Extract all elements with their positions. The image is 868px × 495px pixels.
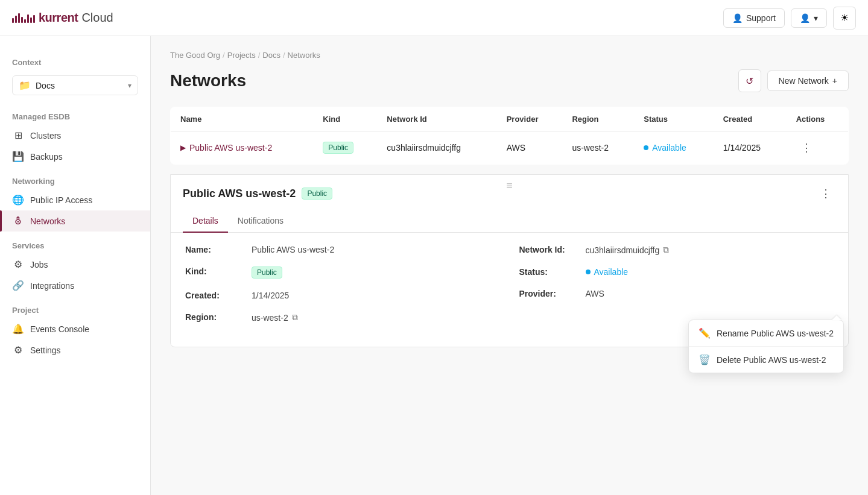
sidebar-item-events-console[interactable]: 🔔 Events Console (0, 318, 150, 339)
top-nav: kurrent Cloud 👤 Support 👤 ▾ ☀ (0, 0, 868, 36)
status-badge: Available (644, 143, 704, 153)
context-section-label: Context (0, 48, 150, 71)
refresh-button[interactable]: ↺ (738, 69, 761, 92)
dropdown-item-delete[interactable]: 🗑️ Delete Public AWS us-west-2 (689, 347, 843, 373)
field-network-id: Network Id: cu3hlaiirsdmuidcjffg ⧉ (519, 245, 834, 255)
logo: kurrent Cloud (12, 11, 113, 25)
tab-notifications[interactable]: Notifications (228, 210, 293, 233)
new-network-label: New Network (779, 76, 829, 86)
copy-region-icon[interactable]: ⧉ (292, 312, 298, 323)
breadcrumb: The Good Org / Projects / Docs / Network… (170, 51, 849, 60)
field-name: Name: Public AWS us-west-2 (185, 245, 500, 254)
kind-badge: Public (323, 142, 353, 154)
header-actions: ↺ New Network + (738, 69, 849, 92)
copy-network-id-icon[interactable]: ⧉ (663, 245, 669, 255)
page-title: Networks (170, 71, 246, 90)
sidebar-item-clusters[interactable]: ⊞ Clusters (0, 125, 150, 146)
networks-label: Networks (30, 216, 65, 226)
breadcrumb-sep3: / (283, 51, 285, 60)
sidebar-item-integrations[interactable]: 🔗 Integrations (0, 275, 150, 296)
page-header: Networks ↺ New Network + (170, 69, 849, 92)
tab-details[interactable]: Details (183, 210, 228, 233)
networks-icon: ⛢ (12, 215, 24, 227)
integrations-label: Integrations (30, 281, 74, 291)
field-provider: Provider: AWS (519, 289, 834, 298)
sidebar-item-backups[interactable]: 💾 Backups (0, 146, 150, 167)
account-button[interactable]: 👤 ▾ (791, 8, 827, 28)
drag-handle-icon: ≡ (506, 180, 513, 192)
support-icon: 👤 (732, 13, 743, 23)
sidebar-item-jobs[interactable]: ⚙ Jobs (0, 254, 150, 275)
field-status-value: Available (586, 267, 629, 277)
field-created-label: Created: (185, 291, 252, 300)
col-network-id: Network Id (377, 107, 496, 131)
networking-label: Networking (0, 167, 150, 189)
field-name-label: Name: (185, 245, 252, 254)
row-network-id: cu3hlaiirsdmuidcjffg (377, 131, 496, 165)
network-name-link[interactable]: ▶ Public AWS us-west-2 (180, 143, 303, 153)
refresh-icon: ↺ (746, 75, 753, 87)
field-provider-label: Provider: (519, 289, 586, 298)
field-created-value: 1/14/2025 (252, 291, 289, 300)
main-layout: Context 📁 Docs ▾ Managed ESDB ⊞ Clusters… (0, 36, 868, 495)
row-kind: Public (313, 131, 377, 165)
table-header-row: Name Kind Network Id Provider Region Sta… (171, 107, 849, 131)
field-status: Status: Available (519, 267, 834, 277)
jobs-label: Jobs (30, 260, 48, 270)
dropdown-item-rename[interactable]: ✏️ Rename Public AWS us-west-2 (689, 320, 843, 347)
clusters-label: Clusters (30, 131, 61, 140)
detail-status-badge: Available (586, 267, 629, 277)
detail-kind-badge: Public (302, 188, 332, 200)
field-region-value: us-west-2 ⧉ (252, 312, 298, 323)
nav-right: 👤 Support 👤 ▾ ☀ (723, 7, 856, 30)
expand-icon: ▶ (180, 143, 186, 152)
networks-table: Name Kind Network Id Provider Region Sta… (170, 107, 849, 165)
col-provider: Provider (497, 107, 563, 131)
row-status: Available (634, 131, 714, 165)
status-value: Available (652, 143, 686, 153)
breadcrumb-sep1: / (223, 51, 225, 60)
field-kind-value: Public (252, 266, 282, 279)
col-created: Created (714, 107, 787, 131)
delete-icon: 🗑️ (699, 354, 711, 365)
row-created: 1/14/2025 (714, 131, 787, 165)
plus-icon: + (832, 76, 837, 86)
field-provider-value: AWS (586, 289, 604, 298)
services-label: Services (0, 232, 150, 254)
col-name: Name (171, 107, 314, 131)
logo-cloud-text: Cloud (81, 11, 113, 25)
breadcrumb-networks: Networks (288, 51, 320, 60)
support-label: Support (746, 13, 776, 23)
jobs-icon: ⚙ (12, 259, 24, 270)
support-button[interactable]: 👤 Support (723, 8, 785, 28)
theme-toggle-button[interactable]: ☀ (833, 7, 856, 30)
detail-tabs: Details Notifications (171, 210, 848, 233)
dropdown-arrow (832, 315, 841, 320)
field-name-value: Public AWS us-west-2 (252, 245, 334, 254)
row-actions-button[interactable]: ⋮ (796, 139, 817, 157)
breadcrumb-projects: Projects (227, 51, 256, 60)
col-status: Status (634, 107, 714, 131)
field-kind-label: Kind: (185, 266, 252, 276)
theme-icon: ☀ (840, 12, 849, 24)
clusters-icon: ⊞ (12, 130, 24, 141)
detail-col-left: Name: Public AWS us-west-2 Kind: Public … (185, 245, 510, 335)
col-kind: Kind (313, 107, 377, 131)
new-network-button[interactable]: New Network + (767, 71, 849, 91)
folder-icon: 📁 (19, 80, 31, 91)
context-name: Docs (36, 81, 123, 90)
col-region: Region (562, 107, 634, 131)
sidebar-item-networks[interactable]: ⛢ Networks (0, 210, 150, 232)
sidebar-item-settings[interactable]: ⚙ Settings (0, 339, 150, 361)
sidebar-item-public-ip-access[interactable]: 🌐 Public IP Access (0, 189, 150, 210)
rename-icon: ✏️ (699, 327, 711, 339)
detail-status-dot-icon (586, 270, 591, 274)
chevron-down-icon: ▾ (128, 81, 131, 90)
context-selector[interactable]: 📁 Docs ▾ (12, 75, 138, 95)
managed-esdb-label: Managed ESDB (0, 102, 150, 125)
delete-label: Delete Public AWS us-west-2 (717, 355, 826, 365)
detail-actions-button[interactable]: ⋮ (816, 184, 836, 203)
breadcrumb-org: The Good Org (170, 51, 220, 60)
field-network-id-label: Network Id: (519, 245, 586, 254)
field-network-id-value: cu3hlaiirsdmuidcjffg ⧉ (586, 245, 670, 255)
